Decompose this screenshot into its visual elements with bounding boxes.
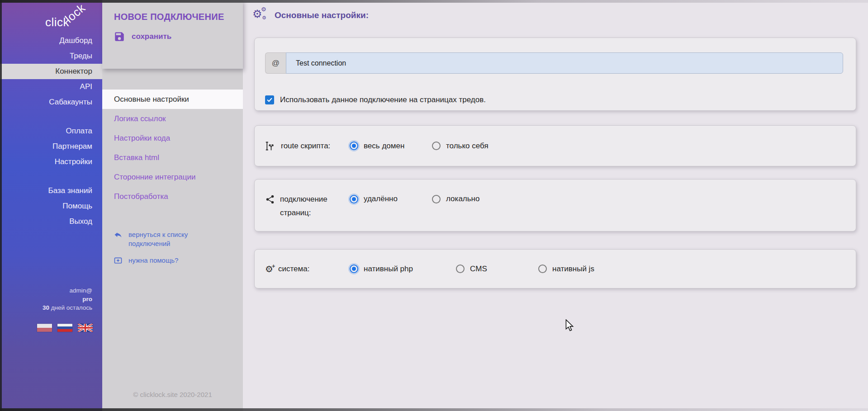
radio-label: удалённо	[364, 194, 398, 203]
sidebar-item-settings[interactable]: Настройки	[0, 154, 102, 170]
radio-unselected-icon	[456, 265, 465, 273]
radio-option-only-self[interactable]: только себя	[432, 142, 514, 151]
add-comment-icon	[114, 256, 123, 265]
sidebar-item-api[interactable]: API	[0, 79, 102, 94]
radio-selected-icon	[350, 265, 358, 273]
menu-item-postprocessing[interactable]: Постобработка	[102, 187, 243, 206]
radio-label: нативный php	[364, 265, 413, 274]
sidebar-item-logout[interactable]: Выход	[0, 214, 102, 229]
radio-option-remote[interactable]: удалённо	[350, 194, 432, 203]
save-button[interactable]: сохранить	[114, 31, 171, 43]
at-sign-prefix: @	[265, 52, 286, 74]
radio-selected-icon	[350, 195, 358, 203]
use-on-threads-checkbox[interactable]	[265, 95, 274, 104]
radio-label: нативный js	[552, 265, 594, 274]
connection-name-card: @ Использовать данное подключение на стр…	[254, 38, 856, 111]
system-label-block: ⚙+ система:	[265, 265, 350, 274]
sidebar-item-payment[interactable]: Оплата	[0, 123, 102, 139]
use-on-threads-row: Использовать данное подключение на стран…	[265, 95, 486, 104]
route-icon	[265, 141, 276, 151]
uk-flag-icon[interactable]	[78, 324, 93, 332]
checkmark-icon	[266, 97, 273, 103]
menu-item-third-party[interactable]: Сторонние интеграции	[102, 167, 243, 187]
menu-item-basic-settings[interactable]: Основные настройки	[102, 90, 243, 109]
use-on-threads-label: Использовать данное подключение на стран…	[280, 95, 486, 104]
copyright: © clicklock.site 2020-2021	[102, 391, 243, 398]
sidebar-item-connector[interactable]: Коннектор	[0, 64, 102, 79]
need-help-link[interactable]: нужна помощь?	[114, 256, 227, 265]
radio-label: CMS	[470, 265, 487, 274]
sidebar-nav: Дашборд Треды Коннектор API Сабакаунты О…	[0, 33, 102, 229]
menu-item-code-settings[interactable]: Настройки кода	[102, 128, 243, 148]
route-script-card: route скрипта: весь домен только себя	[254, 125, 856, 166]
section-title: Основные настройки:	[275, 10, 369, 20]
menu-item-html-insert[interactable]: Вставка html	[102, 148, 243, 167]
system-card: ⚙+ система: нативный php CMS нативный js	[254, 249, 856, 288]
sidebar-item-threads[interactable]: Треды	[0, 48, 102, 64]
connection-name-input[interactable]	[286, 52, 843, 74]
account-days-left: 30 дней осталось	[43, 303, 92, 312]
radio-option-whole-domain[interactable]: весь домен	[350, 142, 432, 151]
connection-panel: НОВОЕ ПОДКЛЮЧЕНИЕ сохранить Основные нас…	[102, 0, 243, 411]
route-script-label: route скрипта:	[281, 142, 330, 151]
radio-option-native-php[interactable]: нативный php	[350, 265, 456, 274]
connection-name-group: @	[265, 52, 843, 74]
radio-option-native-js[interactable]: нативный js	[538, 265, 621, 274]
radio-option-local[interactable]: локально	[432, 194, 514, 203]
radio-option-cms[interactable]: CMS	[456, 265, 538, 274]
app-page: click lock Дашборд Треды Коннектор API С…	[0, 0, 868, 411]
page-connection-label: подключение страниц:	[280, 193, 335, 220]
undo-arrow-icon	[114, 231, 123, 240]
need-help-label: нужна помощь?	[128, 256, 178, 265]
sidebar-item-knowledge-base[interactable]: База знаний	[0, 183, 102, 198]
poland-flag-icon[interactable]	[37, 324, 52, 332]
radio-selected-icon	[350, 142, 358, 150]
menu-item-link-logic[interactable]: Логика ссылок	[102, 109, 243, 128]
sidebar: click lock Дашборд Треды Коннектор API С…	[0, 0, 102, 411]
panel-menu: Основные настройки Логика ссылок Настрой…	[102, 90, 243, 206]
mouse-pointer-icon	[565, 319, 574, 332]
sidebar-item-partners[interactable]: Партнерам	[0, 139, 102, 154]
account-plan: pro	[43, 295, 92, 303]
floppy-save-icon	[114, 31, 125, 43]
frame-edge-left	[0, 0, 2, 411]
sidebar-item-subaccounts[interactable]: Сабакаунты	[0, 94, 102, 110]
radio-unselected-icon	[432, 142, 441, 150]
gears-icon: ⚙⚙⚙	[252, 8, 269, 23]
save-button-label: сохранить	[132, 32, 171, 41]
sidebar-item-help[interactable]: Помощь	[0, 198, 102, 214]
main-content: ⚙⚙⚙ Основные настройки: @ Использовать д…	[243, 0, 868, 411]
radio-label: только себя	[446, 142, 489, 151]
radio-label: весь домен	[364, 142, 404, 151]
radio-label: локально	[446, 194, 479, 203]
panel-header: НОВОЕ ПОДКЛЮЧЕНИЕ сохранить	[102, 0, 243, 69]
route-script-label-block: route скрипта:	[265, 141, 350, 151]
frame-edge-bottom	[0, 408, 868, 411]
page-connection-card: подключение страниц: удалённо локально	[254, 179, 856, 231]
share-icon	[265, 194, 275, 204]
radio-unselected-icon	[432, 195, 441, 203]
sidebar-item-dashboard[interactable]: Дашборд	[0, 33, 102, 48]
russia-flag-icon[interactable]	[57, 324, 72, 332]
frame-edge-top	[0, 0, 868, 3]
panel-title: НОВОЕ ПОДКЛЮЧЕНИЕ	[114, 12, 224, 22]
back-to-list-label: вернуться к списку подключений	[128, 230, 202, 248]
language-switcher	[37, 324, 93, 332]
radio-unselected-icon	[538, 265, 547, 273]
account-info: admin@ pro 30 дней осталось	[43, 286, 92, 312]
back-to-list-link[interactable]: вернуться к списку подключений	[114, 230, 227, 248]
system-label: система:	[278, 265, 309, 274]
account-email: admin@	[43, 286, 92, 295]
gear-sparkle-icon: ⚙+	[265, 265, 273, 274]
panel-links: вернуться к списку подключений нужна пом…	[114, 230, 227, 273]
section-header: ⚙⚙⚙ Основные настройки:	[252, 8, 369, 23]
page-connection-label-block: подключение страниц:	[265, 194, 350, 220]
